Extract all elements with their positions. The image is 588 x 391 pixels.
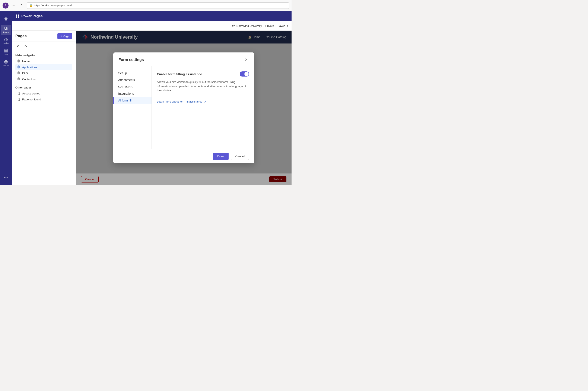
refresh-button[interactable]: ↻ xyxy=(19,2,25,8)
icon-nav: Pages Styling Data Set up xyxy=(0,11,12,185)
data-icon xyxy=(4,49,8,53)
app-title: Power Pages xyxy=(21,14,43,18)
undo-button[interactable]: ↶ xyxy=(14,43,21,50)
pages-icon xyxy=(4,26,8,31)
app-header-bar: Northwind University - Private - Saved ▾ xyxy=(12,21,292,31)
nav-item-home[interactable]: Home xyxy=(15,58,72,64)
site-separator1: - xyxy=(263,24,264,27)
toggle-knob xyxy=(244,72,249,76)
home-icon xyxy=(4,17,8,21)
svg-rect-22 xyxy=(18,93,20,95)
sidebar-item-data[interactable]: Data xyxy=(1,47,11,57)
browser-chrome: A ← ↻ 🔒 https://make.powerpages.com/ xyxy=(0,0,292,11)
svg-rect-4 xyxy=(4,52,8,52)
page-icon-contact xyxy=(17,77,20,81)
modal-close-button[interactable]: ✕ xyxy=(243,57,249,63)
page-icon-home xyxy=(17,60,20,63)
styling-icon xyxy=(4,37,8,42)
url-text: https://make.powerpages.com/ xyxy=(34,4,72,7)
error-page-icon xyxy=(17,98,20,101)
modal-body: Set up Attachments CAPTCHA Integrations xyxy=(113,66,254,149)
svg-rect-7 xyxy=(16,16,17,18)
more-options-nav[interactable]: ••• xyxy=(1,172,11,183)
modal-nav-integrations[interactable]: Integrations xyxy=(113,90,151,97)
users-icon xyxy=(232,24,235,28)
app-top-bar: Power Pages xyxy=(12,11,292,21)
sidebar-item-pages-nav[interactable]: Pages xyxy=(1,25,11,35)
add-page-button[interactable]: + Page xyxy=(57,33,72,39)
modal-nav-attachments[interactable]: Attachments xyxy=(113,77,151,83)
nav-item-applications[interactable]: Applications xyxy=(15,64,72,70)
site-info[interactable]: Northwind University - Private - Saved ▾ xyxy=(232,24,288,28)
modal-sidebar-nav: Set up Attachments CAPTCHA Integrations xyxy=(113,66,152,149)
nav-home-label: Home xyxy=(22,60,30,63)
modal-footer: Done Cancel xyxy=(113,149,254,163)
pages-sidebar: Pages + Page ↶ ↷ Main navigation xyxy=(12,31,76,185)
svg-rect-23 xyxy=(18,99,20,101)
sidebar-header: Pages + Page xyxy=(12,31,76,42)
nav-item-access-denied[interactable]: Access denied xyxy=(15,91,72,96)
svg-rect-2 xyxy=(4,49,8,50)
power-pages-icon xyxy=(15,14,20,18)
learn-more-link[interactable]: Learn more about form fill assistance ↗ xyxy=(157,100,206,103)
toggle-label: Enable form filling assistance xyxy=(157,72,202,76)
setup-nav-label: Set up xyxy=(3,64,9,67)
other-pages-title: Other pages xyxy=(15,86,72,89)
page-icon-applications xyxy=(17,65,20,69)
modal-title: Form settings xyxy=(119,58,144,62)
toggle-row: Enable form filling assistance xyxy=(157,71,249,77)
address-bar[interactable]: 🔒 https://make.powerpages.com/ xyxy=(27,2,289,9)
setup-icon xyxy=(4,60,8,64)
main-nav-title: Main navigation xyxy=(15,54,72,57)
site-visibility: Private xyxy=(265,24,274,27)
lock-page-icon xyxy=(17,92,20,95)
pages-nav-label: Pages xyxy=(3,31,9,33)
sidebar-item-home[interactable] xyxy=(1,14,11,24)
nav-item-page-not-found[interactable]: Page not found xyxy=(15,96,72,102)
modal-description: Allows your site visitors to quickly fil… xyxy=(157,80,249,93)
styling-nav-label: Styling xyxy=(3,42,9,44)
sidebar-item-setup[interactable]: Set up xyxy=(1,58,11,68)
nav-item-faq[interactable]: FAQ xyxy=(15,70,72,76)
form-settings-modal: Form settings ✕ Set up Attachments xyxy=(113,52,254,163)
nav-page-not-found-label: Page not found xyxy=(22,98,41,101)
done-button[interactable]: Done xyxy=(213,153,229,160)
site-name: Northwind University xyxy=(237,24,262,27)
nav-applications-label: Applications xyxy=(22,66,37,69)
user-avatar[interactable]: A xyxy=(2,2,8,8)
modal-nav-ai-form-fill[interactable]: AI form fill xyxy=(113,97,151,104)
editor-toolbar: ↶ ↷ xyxy=(12,42,76,51)
svg-rect-0 xyxy=(5,27,7,29)
cancel-modal-button[interactable]: Cancel xyxy=(231,153,249,160)
data-nav-label: Data xyxy=(4,53,8,55)
site-separator2: - xyxy=(275,24,276,27)
nav-contact-label: Contact us xyxy=(22,78,35,81)
nav-faq-label: FAQ xyxy=(22,72,28,75)
page-icon-faq xyxy=(17,71,20,75)
chevron-down-icon: ▾ xyxy=(287,24,288,27)
svg-rect-8 xyxy=(18,16,19,18)
main-area: Power Pages Northwind University - Priva… xyxy=(12,11,292,185)
svg-rect-6 xyxy=(18,14,19,16)
svg-rect-3 xyxy=(4,51,8,51)
modal-divider xyxy=(157,96,249,96)
external-link-icon: ↗ xyxy=(204,100,206,103)
more-icon: ••• xyxy=(4,176,8,179)
main-nav-section: Main navigation Home xyxy=(12,51,76,83)
site-status: Saved xyxy=(278,24,285,27)
other-pages-section: Other pages Access denied Page xyxy=(12,83,76,104)
svg-rect-5 xyxy=(16,14,17,16)
modal-nav-setup[interactable]: Set up xyxy=(113,70,151,77)
nav-access-denied-label: Access denied xyxy=(22,92,40,95)
sidebar-title: Pages xyxy=(15,34,27,38)
nav-item-contact[interactable]: Contact us xyxy=(15,76,72,82)
enable-form-fill-toggle[interactable] xyxy=(240,71,249,77)
redo-button[interactable]: ↷ xyxy=(22,43,29,50)
content-area: Pages + Page ↶ ↷ Main navigation xyxy=(12,31,292,185)
back-button[interactable]: ← xyxy=(11,2,17,8)
modal-header: Form settings ✕ xyxy=(113,52,254,66)
canvas-area: Northwind University 🏠 Home Course Catal… xyxy=(76,31,292,185)
modal-nav-captcha[interactable]: CAPTCHA xyxy=(113,83,151,90)
sidebar-item-styling[interactable]: Styling xyxy=(1,36,11,46)
modal-main-content: Enable form filling assistance Allows yo… xyxy=(152,66,254,149)
